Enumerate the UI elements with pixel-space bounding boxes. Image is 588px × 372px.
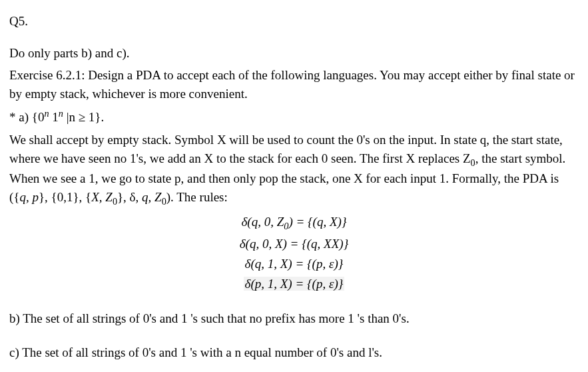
rule-2: δ(q, 0, X) = {(q, XX)} bbox=[9, 234, 579, 254]
rule-1: δ(q, 0, Z0) = {(q, X)} bbox=[9, 212, 579, 234]
expl-1d: }, δ, bbox=[117, 190, 142, 204]
question-number: Q5. bbox=[9, 12, 579, 31]
rule1-l: δ(q, 0, Z bbox=[242, 215, 284, 229]
part-b: b) The set of all strings of 0's and 1 '… bbox=[9, 309, 579, 328]
rule1-r: ) = {(q, X)} bbox=[288, 215, 346, 229]
exercise-title: Exercise 6.2.1: Design a PDA to accept e… bbox=[9, 66, 579, 103]
part-a: * a) {0n 1n |n ≥ 1}. bbox=[9, 107, 579, 127]
rules-block: δ(q, 0, Z0) = {(q, X)} δ(q, 0, X) = {(q,… bbox=[9, 212, 579, 295]
expl-start: q, Z bbox=[142, 190, 162, 204]
expl-start-sub: 0 bbox=[162, 195, 166, 206]
rule-3: δ(q, 1, X) = {(p, ε)} bbox=[9, 254, 579, 274]
part-c: c) The set of all strings of 0's and 1 '… bbox=[9, 343, 579, 362]
expl-1e: ). The rules: bbox=[166, 190, 228, 204]
expl-1c: }, {0,1}, { bbox=[39, 190, 91, 204]
expl-pda-states: q, p bbox=[19, 190, 39, 204]
expl-1-sub: 0 bbox=[471, 157, 475, 167]
part-a-label: * a) {0 bbox=[9, 111, 44, 125]
expl-stack-sub: 0 bbox=[113, 195, 117, 206]
exp-n-2: n bbox=[59, 108, 63, 119]
instruction-line: Do only parts b) and c). bbox=[9, 44, 579, 63]
rule-4: δ(p, 1, X) = {(p, ε)} bbox=[9, 274, 579, 294]
part-a-cond: |n ≥ 1}. bbox=[63, 111, 104, 125]
rule-4-text: δ(p, 1, X) = {(p, ε)} bbox=[244, 277, 345, 291]
expl-stack: X, Z bbox=[91, 190, 113, 204]
part-a-mid: 1 bbox=[49, 111, 59, 125]
explanation: We shall accept by empty stack. Symbol X… bbox=[9, 131, 579, 208]
exp-n-1: n bbox=[44, 108, 49, 119]
